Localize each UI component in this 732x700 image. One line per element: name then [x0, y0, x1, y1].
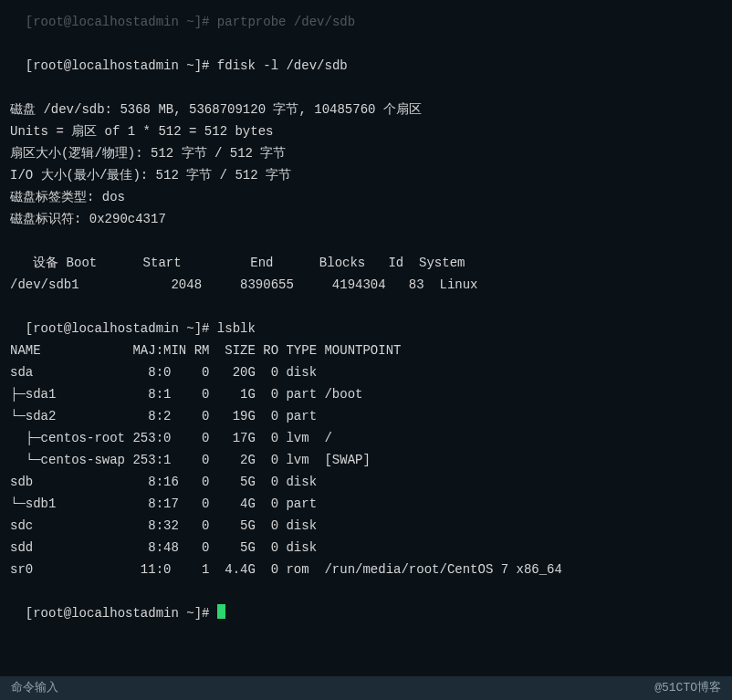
partition-table-header: 设备 Boot Start End Blocks Id System: [10, 252, 722, 274]
shell-prompt: [root@localhostadmin ~]#: [26, 58, 217, 73]
lsblk-row: sdb 8:16 0 5G 0 disk: [10, 471, 722, 493]
output-line: 磁盘 /dev/sdb: 5368 MB, 5368709120 字节, 104…: [10, 99, 722, 120]
partition-table-row: /dev/sdb1 2048 8390655 4194304 83 Linux: [10, 274, 722, 296]
output-line: 扇区大小(逻辑/物理): 512 字节 / 512 字节: [10, 142, 722, 164]
lsblk-row: ├─sda1 8:1 0 1G 0 part /boot: [10, 383, 722, 405]
command-text: partprobe /dev/sdb: [217, 15, 355, 29]
lsblk-row: └─centos-swap 253:1 0 2G 0 lvm [SWAP]: [10, 449, 722, 471]
terminal-line[interactable]: [root@localhostadmin ~]# partprobe /dev/…: [10, 0, 722, 33]
lsblk-row: sdc 8:32 0 5G 0 disk: [10, 515, 722, 537]
command-text: lsblk: [217, 321, 256, 336]
shell-prompt: [root@localhostadmin ~]#: [26, 321, 217, 336]
terminal-input-line[interactable]: [root@localhostadmin ~]#: [10, 580, 722, 624]
output-line: 磁盘标签类型: dos: [10, 186, 722, 208]
output-line: I/O 大小(最小/最佳): 512 字节 / 512 字节: [10, 164, 722, 186]
output-line: 磁盘标识符: 0x290c4317: [10, 208, 722, 230]
terminal-line[interactable]: [root@localhostadmin ~]# fdisk -l /dev/s…: [10, 33, 722, 77]
shell-prompt: [root@localhostadmin ~]#: [26, 606, 217, 621]
lsblk-row: sr0 11:0 1 4.4G 0 rom /run/media/root/Ce…: [10, 559, 722, 580]
terminal-line[interactable]: [root@localhostadmin ~]# lsblk: [10, 296, 722, 340]
shell-prompt: [root@localhostadmin ~]#: [26, 15, 217, 29]
lsblk-row: └─sda2 8:2 0 19G 0 part: [10, 405, 722, 427]
blank-line: [10, 230, 722, 252]
command-text: fdisk -l /dev/sdb: [217, 58, 348, 73]
lsblk-header: NAME MAJ:MIN RM SIZE RO TYPE MOUNTPOINT: [10, 340, 722, 361]
lsblk-row: sdd 8:48 0 5G 0 disk: [10, 537, 722, 559]
lsblk-row: └─sdb1 8:17 0 4G 0 part: [10, 493, 722, 515]
bottom-bar: 命令输入 @51CTO博客: [0, 676, 732, 700]
bottom-right-watermark: @51CTO博客: [654, 677, 721, 699]
output-line: Units = 扇区 of 1 * 512 = 512 bytes: [10, 120, 722, 142]
bottom-left-label: 命令输入: [11, 677, 58, 699]
lsblk-row: sda 8:0 0 20G 0 disk: [10, 361, 722, 383]
cursor-icon: [217, 604, 225, 619]
lsblk-row: ├─centos-root 253:0 0 17G 0 lvm /: [10, 427, 722, 449]
blank-line: [10, 77, 722, 99]
